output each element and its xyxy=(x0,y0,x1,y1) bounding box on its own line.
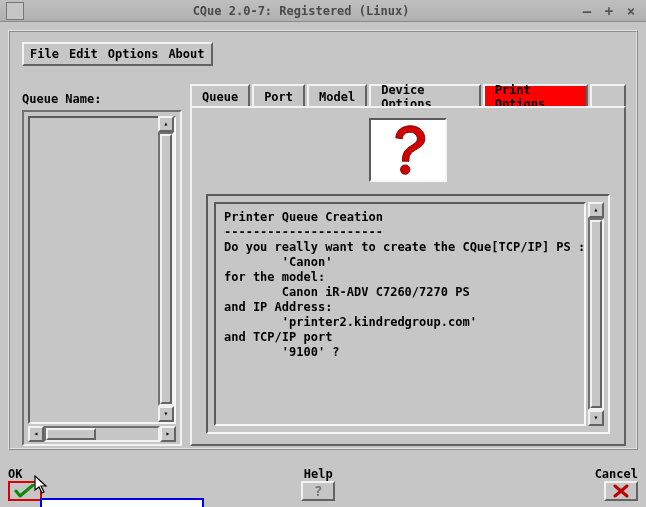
scroll-thumb[interactable] xyxy=(160,134,172,404)
menu-bar: File Edit Options About xyxy=(22,42,213,66)
tooltip xyxy=(40,498,204,507)
tab-device[interactable]: Device Options xyxy=(369,84,481,108)
app-icon xyxy=(6,2,24,20)
scroll-up-icon[interactable]: ▴ xyxy=(588,202,604,218)
message-frame: Printer Queue Creation -----------------… xyxy=(206,194,610,434)
question-icon: ? xyxy=(314,484,322,498)
menu-file[interactable]: File xyxy=(30,47,59,61)
queue-hscrollbar[interactable]: ◂ ▸ xyxy=(28,426,176,442)
tab-panel: Printer Queue Creation -----------------… xyxy=(190,106,626,446)
ok-button[interactable] xyxy=(8,481,42,501)
scroll-track[interactable] xyxy=(158,132,174,406)
check-icon xyxy=(14,484,36,498)
maximize-button[interactable]: + xyxy=(600,2,618,20)
help-label: Help xyxy=(304,467,333,481)
close-button[interactable]: × xyxy=(622,2,640,20)
queue-listbox[interactable] xyxy=(28,116,176,424)
ok-label: OK xyxy=(8,467,22,481)
minimize-button[interactable]: – xyxy=(578,2,596,20)
scroll-right-icon[interactable]: ▸ xyxy=(160,426,176,442)
footer-bar: OK Help ? Cancel xyxy=(8,461,638,501)
scroll-down-icon[interactable]: ▾ xyxy=(588,410,604,426)
tab-model[interactable]: Model xyxy=(307,84,367,108)
message-text: Printer Queue Creation -----------------… xyxy=(214,202,586,426)
scroll-thumb[interactable] xyxy=(46,428,96,440)
menu-about[interactable]: About xyxy=(168,47,204,61)
main-container: File Edit Options About Queue Name: ▴ ▾ … xyxy=(8,30,638,450)
cancel-label: Cancel xyxy=(595,467,638,481)
tab-print-options[interactable]: Print Options xyxy=(483,84,588,108)
x-icon xyxy=(612,484,630,498)
tab-overflow[interactable] xyxy=(590,84,626,108)
scroll-down-icon[interactable]: ▾ xyxy=(158,406,174,422)
tab-port[interactable]: Port xyxy=(252,84,305,108)
window-titlebar: CQue 2.0-7: Registered (Linux) – + × xyxy=(0,0,646,22)
tab-bar: Queue Port Model Device Options Print Op… xyxy=(190,84,626,108)
scroll-track[interactable] xyxy=(44,426,160,442)
scroll-track[interactable] xyxy=(588,218,604,410)
help-button[interactable]: ? xyxy=(301,481,335,501)
queue-vscrollbar[interactable]: ▴ ▾ xyxy=(158,116,174,422)
message-vscrollbar[interactable]: ▴ ▾ xyxy=(588,202,604,426)
scroll-up-icon[interactable]: ▴ xyxy=(158,116,174,132)
queue-listbox-frame: ▴ ▾ ◂ ▸ xyxy=(22,110,182,446)
tab-queue[interactable]: Queue xyxy=(190,84,250,108)
scroll-left-icon[interactable]: ◂ xyxy=(28,426,44,442)
scroll-thumb[interactable] xyxy=(590,220,602,408)
menu-edit[interactable]: Edit xyxy=(69,47,98,61)
cancel-button[interactable] xyxy=(604,481,638,501)
svg-point-0 xyxy=(401,165,410,174)
menu-options[interactable]: Options xyxy=(108,47,159,61)
queue-label: Queue Name: xyxy=(22,92,101,106)
question-mark-icon xyxy=(369,118,447,182)
window-title: CQue 2.0-7: Registered (Linux) xyxy=(28,4,574,18)
